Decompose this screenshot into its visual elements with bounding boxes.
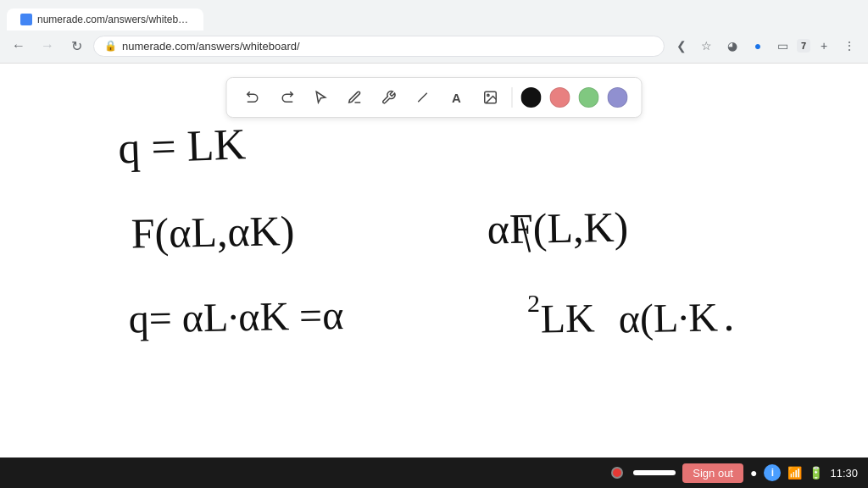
tab-label: numerade.com/answers/whiteboard/ bbox=[37, 14, 190, 25]
svg-text:αF(L,K): αF(L,K) bbox=[487, 203, 628, 253]
clock: 11:30 bbox=[830, 467, 858, 480]
svg-point-10 bbox=[726, 326, 732, 331]
lock-icon: 🔒 bbox=[104, 40, 117, 52]
wifi-icon: 📶 bbox=[787, 466, 802, 480]
menu-button[interactable]: ⋮ bbox=[837, 34, 861, 58]
battery-icon: 🔋 bbox=[809, 466, 823, 480]
avatar-button[interactable]: ● bbox=[746, 34, 770, 58]
address-bar-row: ← → ↻ 🔒 ❮ ☆ ◕ ● ▭ 7 + ⋮ bbox=[0, 30, 868, 63]
tab-favicon bbox=[20, 14, 32, 25]
back-button[interactable]: ← bbox=[7, 34, 31, 58]
svg-text:α(L·K: α(L·K bbox=[618, 294, 718, 341]
active-tab[interactable]: numerade.com/answers/whiteboard/ bbox=[7, 8, 203, 30]
forward-button[interactable]: → bbox=[36, 34, 59, 58]
svg-text:F(αL,αK): F(αL,αK) bbox=[131, 207, 295, 257]
extensions-button[interactable]: ◕ bbox=[721, 34, 744, 58]
reload-button[interactable]: ↻ bbox=[64, 34, 88, 58]
url-input[interactable] bbox=[122, 40, 654, 53]
tab-bar: numerade.com/answers/whiteboard/ bbox=[0, 0, 868, 30]
svg-text:q = LK: q = LK bbox=[117, 119, 247, 172]
svg-text:LK: LK bbox=[540, 295, 595, 341]
browser-chrome: numerade.com/answers/whiteboard/ ← → ↻ 🔒… bbox=[0, 0, 868, 64]
svg-text:2: 2 bbox=[527, 289, 540, 317]
address-bar[interactable]: 🔒 bbox=[93, 36, 665, 57]
new-tab-button[interactable]: + bbox=[812, 34, 836, 58]
status-pill bbox=[633, 470, 676, 475]
sign-out-button[interactable]: Sign out bbox=[682, 463, 743, 483]
record-dot bbox=[611, 467, 623, 479]
bookmark-button[interactable]: ☆ bbox=[695, 34, 719, 58]
cast-button[interactable]: ▭ bbox=[771, 34, 795, 58]
status-bar: Sign out ● i 📶 🔋 11:30 bbox=[0, 458, 868, 488]
whiteboard-area[interactable]: A q = LK F(αL,αK) αF(L,K) q= αL·αK =α 2 … bbox=[0, 64, 868, 458]
share-button[interactable]: ❮ bbox=[670, 34, 693, 58]
browser-toolbar-right: ❮ ☆ ◕ ● ▭ 7 + ⋮ bbox=[670, 34, 861, 58]
whiteboard-canvas: q = LK F(αL,αK) αF(L,K) q= αL·αK =α 2 LK… bbox=[0, 64, 868, 458]
info-icon[interactable]: i bbox=[764, 464, 781, 481]
settings-icon[interactable]: ● bbox=[750, 466, 757, 480]
ext-badge: 7 bbox=[797, 39, 810, 53]
record-button[interactable] bbox=[608, 463, 626, 482]
svg-text:q= αL·αK =α: q= αL·αK =α bbox=[128, 292, 343, 341]
